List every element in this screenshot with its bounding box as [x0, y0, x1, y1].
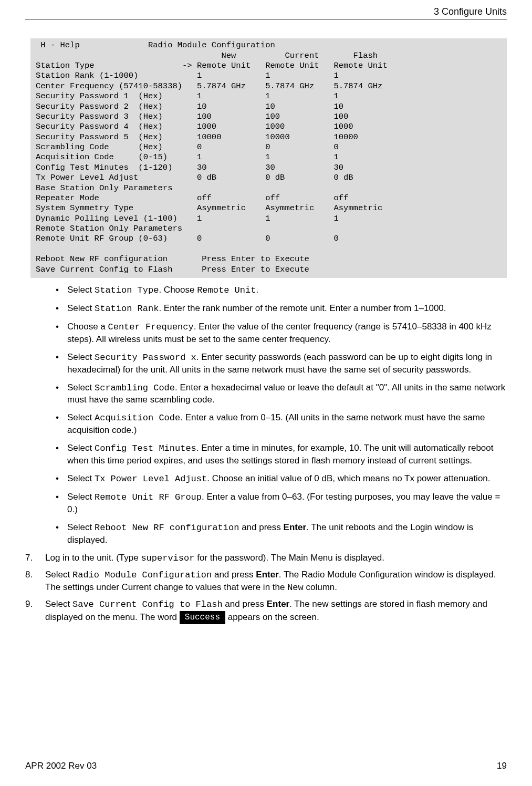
- code-text: Station Type: [95, 285, 159, 295]
- code-text: Acquisition Code: [95, 413, 180, 423]
- code-text: Radio Module Configuration: [72, 570, 212, 580]
- instruction-bullets: Select Station Type. Choose Remote Unit.…: [56, 284, 507, 546]
- bullet-item: Select Station Rank. Enter the rank numb…: [56, 303, 507, 315]
- bold-text: Enter: [267, 599, 289, 609]
- step-number: 7.: [25, 552, 33, 564]
- chapter-header: 3 Configure Units: [25, 5, 507, 19]
- footer-page-number: 19: [497, 760, 507, 772]
- step-item: 7.Log in to the unit. (Type supervisor f…: [25, 552, 507, 565]
- bullet-item: Select Security Password x. Enter securi…: [56, 351, 507, 376]
- bullet-item: Select Acquisition Code. Enter a value f…: [56, 412, 507, 437]
- bullet-item: Select Reboot New RF configuration and p…: [56, 522, 507, 546]
- step-item: 8.Select Radio Module Configuration and …: [25, 569, 507, 594]
- bullet-item: Select Station Type. Choose Remote Unit.: [56, 284, 507, 297]
- step-number: 8.: [25, 569, 33, 581]
- code-text: New: [287, 583, 304, 593]
- code-text: Scrambling Code: [95, 383, 175, 393]
- bullet-item: Select Tx Power Level Adjust. Choose an …: [56, 473, 507, 485]
- step-item: 9.Select Save Current Config to Flash an…: [25, 598, 507, 625]
- success-badge: Success: [180, 611, 225, 625]
- bold-text: Enter: [284, 522, 306, 532]
- footer-rev: APR 2002 Rev 03: [25, 760, 97, 772]
- bullet-item: Choose a Center Frequency. Enter the val…: [56, 321, 507, 346]
- page-footer: APR 2002 Rev 03 19: [25, 760, 507, 772]
- numbered-steps: 7.Log in to the unit. (Type supervisor f…: [25, 552, 507, 624]
- bullet-item: Select Scrambling Code. Enter a hexadeci…: [56, 382, 507, 407]
- code-text: Tx Power Level Adjust: [95, 474, 207, 484]
- code-text: Security Password x: [95, 353, 196, 363]
- terminal-block: H - Help Radio Module Configuration New …: [30, 38, 507, 278]
- code-text: Reboot New RF configuration: [95, 523, 239, 533]
- code-text: Save Current Config to Flash: [72, 599, 223, 609]
- code-text: supervisor: [141, 553, 194, 563]
- code-text: Remote Unit RF Group: [95, 492, 202, 502]
- step-number: 9.: [25, 598, 33, 611]
- bullet-item: Select Remote Unit RF Group. Enter a val…: [56, 491, 507, 516]
- code-text: Remote Unit: [197, 285, 256, 295]
- code-text: Station Rank: [95, 304, 159, 314]
- code-text: Center Frequency: [108, 322, 194, 332]
- code-text: Config Test Minutes: [95, 443, 196, 453]
- bold-text: Enter: [256, 570, 278, 580]
- bullet-item: Select Config Test Minutes. Enter a time…: [56, 442, 507, 467]
